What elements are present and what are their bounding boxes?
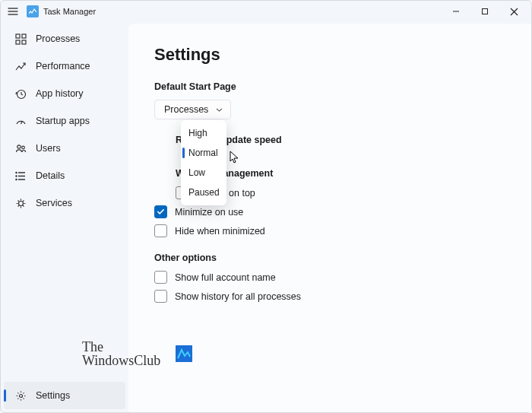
svg-rect-4 <box>22 40 26 44</box>
svg-point-12 <box>19 394 22 397</box>
history-icon <box>14 87 27 100</box>
speed-option-paused[interactable]: Paused <box>181 183 226 202</box>
speed-option-normal[interactable]: Normal <box>181 143 226 163</box>
app-icon <box>27 5 39 17</box>
checkbox-icon <box>154 271 167 284</box>
svg-point-7 <box>21 146 24 149</box>
sidebar-item-users[interactable]: Users <box>4 135 125 162</box>
chart-icon <box>14 60 27 72</box>
start-page-label: Default Start Page <box>154 81 531 92</box>
sidebar-item-label: Settings <box>36 390 70 401</box>
sidebar-item-details[interactable]: Details <box>4 162 125 189</box>
sidebar-item-performance[interactable]: Performance <box>4 52 125 80</box>
svg-rect-1 <box>16 34 20 38</box>
hamburger-menu[interactable] <box>4 2 22 21</box>
dropdown-value: Processes <box>164 104 208 115</box>
svg-rect-0 <box>483 9 488 14</box>
option-label: Minimize on use <box>175 207 243 218</box>
sidebar-item-label: Details <box>36 170 65 181</box>
users-icon <box>14 142 27 154</box>
sidebar-item-label: Services <box>36 198 72 208</box>
option-hide-minimized[interactable]: Hide when minimized <box>154 224 531 237</box>
svg-rect-2 <box>22 34 26 38</box>
svg-rect-3 <box>16 40 20 44</box>
sidebar-item-processes[interactable]: Processes <box>4 25 125 52</box>
start-page-dropdown[interactable]: Processes <box>154 100 231 119</box>
other-options-label: Other options <box>154 253 531 263</box>
option-label: Show history for all processes <box>175 291 301 302</box>
sidebar-item-label: App history <box>36 88 84 99</box>
sidebar-item-startup[interactable]: Startup apps <box>4 107 125 135</box>
speed-option-low[interactable]: Low <box>181 163 226 183</box>
option-label: Hide when minimized <box>175 226 265 237</box>
option-minimize-on-use[interactable]: Minimize on use <box>154 205 531 218</box>
sidebar-item-settings[interactable]: Settings <box>4 382 125 409</box>
chevron-down-icon <box>216 106 223 113</box>
gauge-icon <box>14 115 27 127</box>
sidebar-item-label: Processes <box>36 33 80 44</box>
svg-point-8 <box>15 172 16 173</box>
minimize-button[interactable] <box>442 1 470 22</box>
maximize-button[interactable] <box>470 1 499 22</box>
gear-icon <box>14 389 27 402</box>
checkbox-icon <box>154 224 167 237</box>
svg-point-9 <box>15 175 16 176</box>
watermark: The WindowsClub <box>82 340 192 367</box>
windowsclub-logo-icon <box>176 345 192 362</box>
close-button[interactable] <box>499 1 528 22</box>
services-icon <box>14 197 27 209</box>
sidebar-item-label: Startup apps <box>36 116 90 126</box>
svg-point-11 <box>18 201 23 205</box>
sidebar-item-services[interactable]: Services <box>4 189 125 217</box>
list-icon <box>14 170 27 182</box>
sidebar-item-history[interactable]: App history <box>4 80 125 107</box>
cursor-icon <box>230 151 240 164</box>
sidebar-item-label: Users <box>36 143 61 154</box>
svg-point-6 <box>17 145 20 148</box>
speed-option-high[interactable]: High <box>181 123 226 143</box>
option-label: Show full account name <box>175 272 276 283</box>
window-title: Task Manager <box>43 7 96 16</box>
svg-point-10 <box>15 179 16 179</box>
checkbox-checked-icon <box>154 205 167 218</box>
option-full-account-name[interactable]: Show full account name <box>154 271 531 284</box>
sidebar-item-label: Performance <box>36 61 90 71</box>
grid-icon <box>14 33 27 45</box>
page-title: Settings <box>154 45 531 65</box>
speed-dropdown-menu: High Normal Low Paused <box>181 120 226 205</box>
option-history-all[interactable]: Show history for all processes <box>154 290 531 303</box>
checkbox-icon <box>154 290 167 303</box>
